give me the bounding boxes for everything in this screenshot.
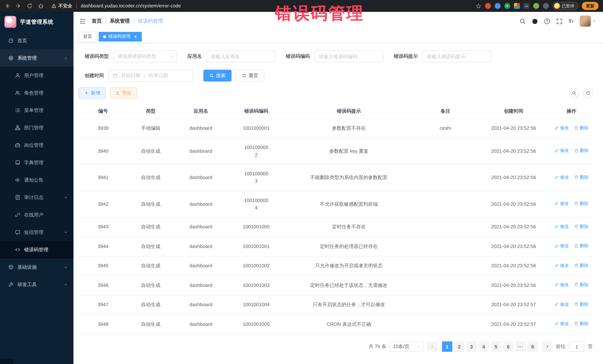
edit-link[interactable]: 修改 bbox=[554, 262, 569, 269]
edit-link[interactable]: 修改 bbox=[554, 301, 569, 308]
cell-code: 100100000 2 bbox=[228, 138, 284, 165]
cell-code: 1001001003 bbox=[228, 276, 284, 295]
goto-page-input[interactable] bbox=[569, 342, 584, 352]
sidebar-item-posts[interactable]: 岗位管理 bbox=[0, 136, 73, 154]
edit-link[interactable]: 修改 bbox=[554, 281, 569, 288]
tab-error-codes[interactable]: 错误码管理 bbox=[99, 32, 142, 41]
delete-link[interactable]: 删除 bbox=[574, 174, 589, 180]
reload-icon[interactable] bbox=[27, 3, 33, 9]
pager-page-3[interactable]: 3 bbox=[466, 342, 477, 352]
delete-link[interactable]: 删除 bbox=[574, 147, 589, 154]
cell-type: 自动生成 bbox=[128, 164, 174, 191]
sidebar-item-dev-tools[interactable]: 研发工具 bbox=[0, 276, 73, 293]
delete-link[interactable]: 删除 bbox=[574, 320, 589, 327]
cell-id: 3941 bbox=[79, 164, 128, 191]
extension-icon[interactable]: on bbox=[523, 3, 529, 9]
create-time-range-picker[interactable]: 开始日期 - 结束日期 bbox=[108, 70, 193, 82]
delete-link[interactable]: 删除 bbox=[574, 301, 589, 308]
search-icon[interactable] bbox=[520, 18, 526, 24]
error-type-select[interactable]: 请选择错误码类型 bbox=[113, 50, 177, 62]
message-icon bbox=[15, 230, 20, 235]
github-icon[interactable] bbox=[532, 18, 538, 24]
user-menu[interactable] bbox=[580, 16, 596, 27]
cell-remark bbox=[413, 164, 477, 191]
sidebar-item-online-users[interactable]: 在线用户 bbox=[0, 206, 73, 223]
cell-code: 1001001001 bbox=[228, 237, 284, 256]
add-button[interactable]: 新增 bbox=[79, 88, 106, 99]
extension-icon[interactable] bbox=[514, 3, 520, 9]
breadcrumb-item[interactable]: 系统管理 bbox=[110, 18, 130, 24]
sidebar-collapse-strip[interactable] bbox=[0, 359, 13, 364]
edit-link[interactable]: 修改 bbox=[554, 223, 569, 230]
sidebar-item-sms[interactable]: 短信管理 bbox=[0, 223, 73, 241]
cell-id: 3948 bbox=[79, 315, 128, 334]
refresh-button[interactable] bbox=[583, 88, 593, 98]
sidebar-item-notices[interactable]: 通知公告 bbox=[0, 171, 73, 189]
tab-home[interactable]: 首页 bbox=[79, 32, 96, 41]
breadcrumb-item[interactable]: 首页 bbox=[92, 18, 102, 24]
extension-icon[interactable] bbox=[494, 3, 500, 9]
app-logo[interactable]: 芋道管理系统 bbox=[0, 12, 73, 32]
pager-page-1[interactable]: 1 bbox=[442, 342, 452, 352]
menu-fold-icon[interactable] bbox=[79, 18, 86, 24]
error-code-input[interactable] bbox=[314, 50, 383, 62]
edit-link[interactable]: 修改 bbox=[554, 174, 569, 180]
sidebar-item-home[interactable]: 首页 bbox=[0, 32, 73, 49]
sidebar-item-menus[interactable]: 菜单管理 bbox=[0, 101, 73, 119]
sidebar-item-system[interactable]: 系统管理 bbox=[0, 49, 73, 67]
sidebar-item-departments[interactable]: 部门管理 bbox=[0, 119, 73, 136]
pager-page-6[interactable]: 6 bbox=[503, 342, 513, 352]
delete-link[interactable]: 删除 bbox=[574, 200, 589, 207]
edit-link[interactable]: 修改 bbox=[554, 243, 569, 249]
home-icon[interactable] bbox=[38, 3, 44, 9]
profile-paused-badge[interactable]: 已暂停 bbox=[552, 2, 578, 10]
page-size-select[interactable]: 10条/页 bbox=[390, 342, 424, 352]
delete-link[interactable]: 删除 bbox=[574, 243, 589, 249]
export-button[interactable]: 导出 bbox=[110, 88, 137, 99]
app-name-input[interactable] bbox=[206, 50, 275, 62]
prev-page-button[interactable] bbox=[427, 342, 438, 352]
reset-button[interactable]: 重置 bbox=[236, 70, 264, 82]
edit-link[interactable]: 修改 bbox=[554, 124, 569, 131]
extension-icon[interactable] bbox=[485, 3, 491, 9]
sidebar-item-error-codes[interactable]: 错误码管理 bbox=[0, 241, 73, 258]
pager-page-8[interactable]: 8 bbox=[527, 342, 538, 352]
pager-more[interactable]: ··· bbox=[515, 342, 526, 352]
edit-link[interactable]: 修改 bbox=[554, 147, 569, 154]
bookmark-star-icon[interactable] bbox=[475, 3, 481, 9]
delete-link[interactable]: 删除 bbox=[574, 281, 589, 288]
error-hint-input[interactable] bbox=[422, 50, 491, 62]
fullscreen-icon[interactable] bbox=[556, 18, 563, 24]
column-header: 备注 bbox=[413, 104, 477, 119]
sidebar-item-roles[interactable]: 角色管理 bbox=[0, 84, 73, 101]
font-size-icon[interactable]: TT bbox=[568, 19, 574, 24]
sidebar-item-users[interactable]: 用户管理 bbox=[0, 67, 73, 84]
pager-page-4[interactable]: 4 bbox=[478, 342, 489, 352]
update-button[interactable]: 更新 bbox=[582, 2, 599, 10]
cell-code: 1001001004 bbox=[228, 295, 284, 315]
table-row: 3943自动生成dashboard1001001000定时任务不存在2021-0… bbox=[79, 217, 593, 237]
extension-icon[interactable]: V bbox=[504, 3, 510, 9]
toggle-search-button[interactable] bbox=[569, 88, 579, 98]
sidebar-item-dictionary[interactable]: 字典管理 bbox=[0, 154, 73, 171]
back-icon[interactable] bbox=[4, 3, 10, 9]
extensions-puzzle-icon[interactable] bbox=[543, 3, 549, 9]
delete-link[interactable]: 删除 bbox=[574, 262, 589, 269]
search-button[interactable]: 搜索 bbox=[203, 70, 232, 82]
edit-link[interactable]: 修改 bbox=[554, 320, 569, 327]
sidebar-item-infrastructure[interactable]: 基础设施 bbox=[0, 258, 73, 276]
extension-icon[interactable] bbox=[533, 3, 539, 9]
address-bar[interactable]: 不安全 dashboard.yudao.iocoder.cn/system/er… bbox=[51, 3, 181, 9]
cell-time: 2021-04-20 23:52:57 bbox=[477, 315, 550, 334]
sidebar-item-audit-logs[interactable]: 审计日志 bbox=[0, 189, 73, 206]
delete-link[interactable]: 删除 bbox=[574, 124, 589, 131]
edit-link[interactable]: 修改 bbox=[554, 200, 569, 207]
chevron-down-icon bbox=[170, 55, 173, 58]
help-icon[interactable]: ? bbox=[544, 18, 550, 24]
forward-icon[interactable] bbox=[16, 3, 22, 9]
pager-page-5[interactable]: 5 bbox=[491, 342, 501, 352]
pager-page-2[interactable]: 2 bbox=[454, 342, 464, 352]
close-icon[interactable] bbox=[134, 35, 137, 38]
next-page-button[interactable] bbox=[542, 342, 553, 352]
delete-link[interactable]: 删除 bbox=[574, 223, 589, 230]
